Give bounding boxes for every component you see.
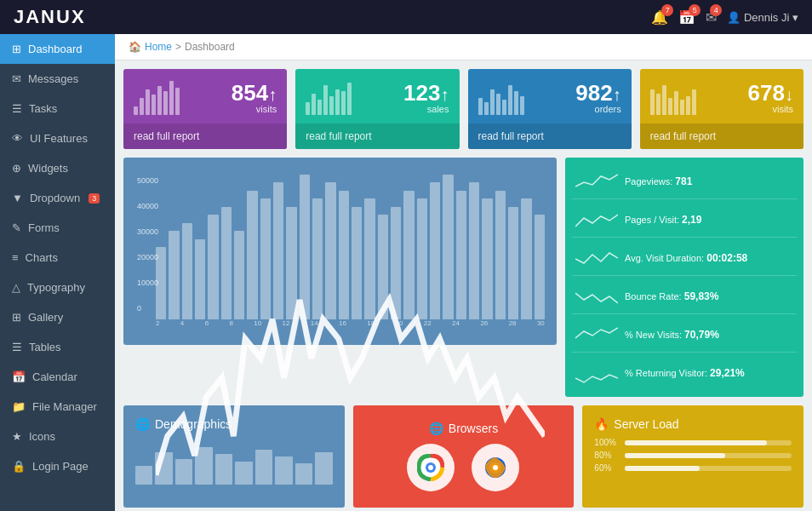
chart-x-labels: 2 4 6 8 10 12 14 16 18 20 22 24 26 28 — [156, 319, 545, 327]
sidebar-item-dropdown[interactable]: ▼ Dropdown 3 — [0, 183, 115, 213]
stat-label-3: orders — [575, 104, 620, 114]
stat-value: 854↑ visits — [232, 82, 277, 114]
chart-bar — [378, 215, 388, 319]
browser-icons-row — [407, 444, 519, 491]
stat-card-yellow-visits[interactable]: 678↓ visits read full report — [640, 69, 803, 149]
messages-badge: 4 — [710, 4, 722, 16]
stat-number-3: 982↑ — [575, 82, 620, 104]
chart-bar — [403, 191, 414, 319]
stat-card-top-4: 678↓ visits — [640, 69, 803, 123]
chart-bar — [156, 247, 166, 319]
stats-row-bounce: Bounce Rate: 59,83% — [572, 279, 797, 314]
sidebar-item-tasks[interactable]: ☰ Tasks — [0, 94, 115, 123]
pageviews-text: Pageviews: 781 — [625, 175, 692, 187]
stats-row-returning: % Returning Visitor: 29,21% — [572, 356, 797, 390]
x-label: 16 — [339, 319, 346, 327]
sidebar-item-tables[interactable]: ☰ Tables — [0, 332, 115, 362]
sidebar-item-icons[interactable]: ★ Icons — [0, 422, 115, 451]
tables-icon: ☰ — [12, 341, 22, 353]
x-label: 28 — [509, 319, 517, 327]
stat-number-4: 678↓ — [748, 82, 793, 104]
chart-bar — [169, 231, 179, 319]
calendar-button[interactable]: 📅 5 — [678, 9, 695, 26]
svg-point-3 — [428, 465, 433, 470]
bounce-text: Bounce Rate: 59,83% — [625, 290, 718, 302]
chart-bar — [260, 198, 271, 319]
sidebar-item-widgets[interactable]: ⊕ Widgets — [0, 153, 115, 183]
sidebar-item-dashboard[interactable]: ⊞ Dashboard — [0, 34, 115, 64]
stats-row-pageviews: Pageviews: 781 — [572, 164, 797, 199]
messages-button[interactable]: ✉ 4 — [706, 9, 717, 26]
server-bar-row-60: 60% — [594, 463, 792, 473]
notifications-button[interactable]: 🔔 7 — [651, 9, 668, 26]
server-bar-fill-60 — [625, 466, 700, 471]
stat-arrow-3: ↑ — [613, 85, 621, 104]
fire-icon: 🔥 — [594, 417, 609, 431]
stat-mini-chart-4 — [650, 81, 696, 115]
x-label: 6 — [205, 319, 209, 327]
file-manager-icon: 📁 — [12, 400, 26, 413]
chart-bar — [443, 175, 453, 319]
stat-mini-chart — [134, 81, 180, 115]
charts-row: 50000 40000 30000 20000 10000 0 2 — [115, 158, 812, 405]
stat-card-orders[interactable]: 982↑ orders read full report — [468, 69, 632, 149]
browsers-card: 🌐 Browsers — [353, 405, 575, 508]
dropdown-icon: ▼ — [12, 192, 23, 204]
breadcrumb: 🏠 Home > Dashboard — [115, 34, 812, 60]
chart-bars — [156, 175, 545, 319]
chrome-icon — [407, 444, 455, 491]
x-label: 26 — [480, 319, 488, 327]
server-load-card: 🔥 Server Load 100% 80% — [582, 405, 803, 508]
chart-bar — [430, 182, 440, 319]
sidebar-item-file-manager[interactable]: 📁 File Manager — [0, 392, 115, 422]
server-load-title: 🔥 Server Load — [594, 417, 792, 431]
svg-point-7 — [493, 465, 498, 470]
content-area: 🏠 Home > Dashboard — [115, 34, 812, 511]
sidebar-item-messages[interactable]: ✉ Messages — [0, 64, 115, 94]
y-label-0: 0 — [137, 304, 141, 313]
stat-number: 854↑ — [232, 82, 277, 104]
x-label: 4 — [180, 319, 184, 327]
notifications-badge: 7 — [661, 4, 673, 16]
stat-card-bottom-2[interactable]: read full report — [295, 123, 459, 149]
stat-value-4: 678↓ visits — [748, 82, 793, 114]
demographics-card: 🌐 Demographics — [123, 405, 345, 508]
sidebar-item-charts[interactable]: ≡ Charts — [0, 243, 115, 273]
pageviews-chart — [575, 169, 618, 193]
stat-card-bottom-4[interactable]: read full report — [640, 123, 803, 149]
login-icon: 🔒 — [12, 460, 26, 473]
stat-card-sales[interactable]: 123↑ sales read full report — [295, 69, 459, 149]
breadcrumb-home-link[interactable]: Home — [145, 41, 172, 53]
dropdown-badge: 3 — [89, 193, 100, 204]
chart-bar — [352, 207, 362, 319]
server-bar-fill-100 — [625, 440, 766, 445]
main-layout: ⊞ Dashboard ✉ Messages ☰ Tasks 👁 UI Feat… — [0, 34, 812, 511]
chart-bar — [495, 191, 506, 319]
server-bar-label-80: 80% — [594, 451, 620, 460]
breadcrumb-home-icon: 🏠 — [129, 41, 141, 53]
breadcrumb-current: Dashboard — [185, 41, 235, 53]
stat-card-bottom[interactable]: read full report — [123, 123, 287, 149]
x-label: 24 — [452, 319, 460, 327]
chart-bar — [482, 198, 492, 319]
sidebar-item-login[interactable]: 🔒 Login Page — [0, 451, 115, 481]
new-visits-chart — [575, 323, 618, 347]
x-label: 14 — [311, 319, 318, 327]
sidebar-item-forms[interactable]: ✎ Forms — [0, 213, 115, 243]
stat-card-bottom-3[interactable]: read full report — [468, 123, 632, 149]
stat-label-4: visits — [748, 104, 793, 114]
sidebar-item-gallery[interactable]: ⊞ Gallery — [0, 302, 115, 332]
icons-icon: ★ — [12, 430, 22, 443]
sidebar-item-ui-features[interactable]: 👁 UI Features — [0, 123, 115, 153]
charts-icon: ≡ — [12, 251, 19, 264]
sidebar-item-typography[interactable]: △ Typography — [0, 273, 115, 302]
x-label: 8 — [229, 319, 232, 327]
avg-visit-text: Avg. Visit Duration: 00:02:58 — [625, 252, 747, 264]
user-menu[interactable]: 👤 Dennis Ji ▾ — [727, 11, 798, 24]
sidebar-item-calendar[interactable]: 📅 Calendar — [0, 362, 115, 392]
forms-icon: ✎ — [12, 221, 21, 234]
brand-logo: JANUX — [14, 6, 86, 28]
stat-card-visits[interactable]: 854↑ visits read full report — [123, 69, 287, 149]
chart-bar — [182, 223, 192, 319]
chart-bar — [391, 207, 401, 319]
